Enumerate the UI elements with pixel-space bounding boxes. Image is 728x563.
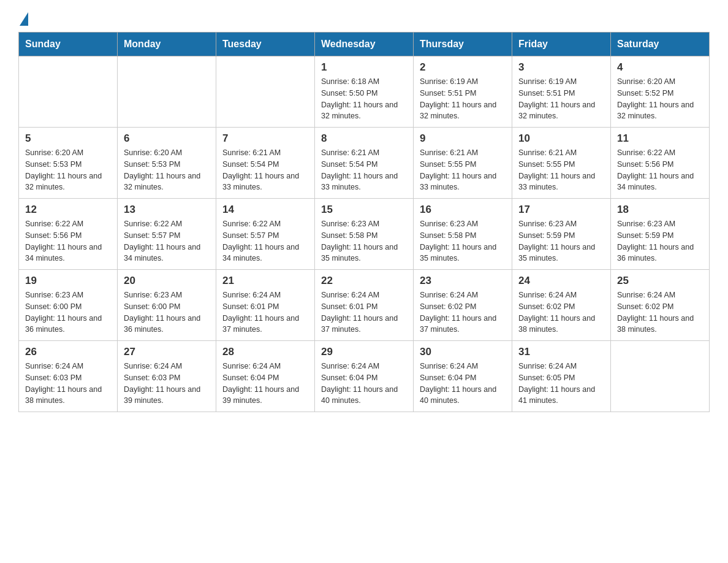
- day-number: 7: [222, 132, 308, 145]
- day-number: 5: [25, 132, 111, 145]
- day-info: Sunrise: 6:24 AM Sunset: 6:04 PM Dayligh…: [321, 361, 407, 407]
- calendar-cell: [118, 56, 216, 128]
- calendar-cell: 13Sunrise: 6:22 AM Sunset: 5:57 PM Dayli…: [118, 199, 216, 270]
- calendar-cell: 5Sunrise: 6:20 AM Sunset: 5:53 PM Daylig…: [19, 128, 118, 199]
- page-header: [18, 12, 710, 26]
- day-info: Sunrise: 6:22 AM Sunset: 5:56 PM Dayligh…: [25, 218, 111, 264]
- calendar-week-row: 26Sunrise: 6:24 AM Sunset: 6:03 PM Dayli…: [19, 341, 710, 412]
- day-number: 28: [222, 346, 308, 358]
- day-info: Sunrise: 6:23 AM Sunset: 5:59 PM Dayligh…: [617, 218, 703, 264]
- calendar-cell: 7Sunrise: 6:21 AM Sunset: 5:54 PM Daylig…: [216, 128, 315, 199]
- day-info: Sunrise: 6:24 AM Sunset: 6:03 PM Dayligh…: [124, 361, 210, 407]
- day-info: Sunrise: 6:22 AM Sunset: 5:57 PM Dayligh…: [222, 218, 308, 264]
- weekday-header-monday: Monday: [118, 33, 216, 56]
- day-info: Sunrise: 6:24 AM Sunset: 6:01 PM Dayligh…: [321, 289, 407, 335]
- day-number: 26: [25, 346, 111, 358]
- calendar-cell: 27Sunrise: 6:24 AM Sunset: 6:03 PM Dayli…: [118, 341, 216, 412]
- calendar-cell: 9Sunrise: 6:21 AM Sunset: 5:55 PM Daylig…: [414, 128, 512, 199]
- day-number: 12: [25, 204, 111, 216]
- calendar-cell: 8Sunrise: 6:21 AM Sunset: 5:54 PM Daylig…: [315, 128, 414, 199]
- day-number: 11: [617, 132, 703, 145]
- day-number: 2: [420, 61, 506, 74]
- logo-triangle-icon: [20, 12, 28, 26]
- day-number: 1: [321, 61, 407, 74]
- day-info: Sunrise: 6:21 AM Sunset: 5:55 PM Dayligh…: [518, 147, 604, 193]
- weekday-header-sunday: Sunday: [19, 33, 118, 56]
- day-number: 19: [25, 275, 111, 287]
- calendar-cell: 12Sunrise: 6:22 AM Sunset: 5:56 PM Dayli…: [19, 199, 118, 270]
- weekday-header-friday: Friday: [512, 33, 611, 56]
- weekday-header-saturday: Saturday: [611, 33, 710, 56]
- calendar-cell: 17Sunrise: 6:23 AM Sunset: 5:59 PM Dayli…: [512, 199, 611, 270]
- day-number: 25: [617, 275, 703, 287]
- calendar-cell: 25Sunrise: 6:24 AM Sunset: 6:02 PM Dayli…: [611, 270, 710, 341]
- day-info: Sunrise: 6:21 AM Sunset: 5:54 PM Dayligh…: [222, 147, 308, 193]
- calendar-cell: 31Sunrise: 6:24 AM Sunset: 6:05 PM Dayli…: [512, 341, 611, 412]
- calendar-cell: 2Sunrise: 6:19 AM Sunset: 5:51 PM Daylig…: [414, 56, 512, 128]
- day-info: Sunrise: 6:24 AM Sunset: 6:04 PM Dayligh…: [222, 361, 308, 407]
- day-info: Sunrise: 6:23 AM Sunset: 6:00 PM Dayligh…: [124, 289, 210, 335]
- day-info: Sunrise: 6:22 AM Sunset: 5:56 PM Dayligh…: [617, 147, 703, 193]
- calendar-cell: 6Sunrise: 6:20 AM Sunset: 5:53 PM Daylig…: [118, 128, 216, 199]
- day-number: 6: [124, 132, 210, 145]
- day-number: 31: [518, 346, 604, 358]
- day-number: 17: [518, 204, 604, 216]
- day-info: Sunrise: 6:23 AM Sunset: 6:00 PM Dayligh…: [25, 289, 111, 335]
- day-number: 21: [222, 275, 308, 287]
- day-info: Sunrise: 6:24 AM Sunset: 6:05 PM Dayligh…: [518, 361, 604, 407]
- day-number: 13: [124, 204, 210, 216]
- calendar-cell: 14Sunrise: 6:22 AM Sunset: 5:57 PM Dayli…: [216, 199, 315, 270]
- day-number: 4: [617, 61, 703, 74]
- day-number: 24: [518, 275, 604, 287]
- weekday-header-wednesday: Wednesday: [315, 33, 414, 56]
- day-info: Sunrise: 6:20 AM Sunset: 5:53 PM Dayligh…: [124, 147, 210, 193]
- day-number: 29: [321, 346, 407, 358]
- calendar-cell: [611, 341, 710, 412]
- calendar-cell: 20Sunrise: 6:23 AM Sunset: 6:00 PM Dayli…: [118, 270, 216, 341]
- calendar-cell: 3Sunrise: 6:19 AM Sunset: 5:51 PM Daylig…: [512, 56, 611, 128]
- calendar-week-row: 1Sunrise: 6:18 AM Sunset: 5:50 PM Daylig…: [19, 56, 710, 128]
- day-number: 8: [321, 132, 407, 145]
- weekday-header-row: SundayMondayTuesdayWednesdayThursdayFrid…: [19, 33, 710, 56]
- day-number: 23: [420, 275, 506, 287]
- calendar-cell: 29Sunrise: 6:24 AM Sunset: 6:04 PM Dayli…: [315, 341, 414, 412]
- calendar-week-row: 5Sunrise: 6:20 AM Sunset: 5:53 PM Daylig…: [19, 128, 710, 199]
- calendar-cell: 22Sunrise: 6:24 AM Sunset: 6:01 PM Dayli…: [315, 270, 414, 341]
- calendar-cell: 28Sunrise: 6:24 AM Sunset: 6:04 PM Dayli…: [216, 341, 315, 412]
- calendar-cell: 23Sunrise: 6:24 AM Sunset: 6:02 PM Dayli…: [414, 270, 512, 341]
- day-info: Sunrise: 6:23 AM Sunset: 5:58 PM Dayligh…: [321, 218, 407, 264]
- calendar-cell: 21Sunrise: 6:24 AM Sunset: 6:01 PM Dayli…: [216, 270, 315, 341]
- calendar-cell: 30Sunrise: 6:24 AM Sunset: 6:04 PM Dayli…: [414, 341, 512, 412]
- weekday-header-tuesday: Tuesday: [216, 33, 315, 56]
- day-info: Sunrise: 6:24 AM Sunset: 6:04 PM Dayligh…: [420, 361, 506, 407]
- day-info: Sunrise: 6:22 AM Sunset: 5:57 PM Dayligh…: [124, 218, 210, 264]
- calendar-week-row: 12Sunrise: 6:22 AM Sunset: 5:56 PM Dayli…: [19, 199, 710, 270]
- calendar-cell: [19, 56, 118, 128]
- day-info: Sunrise: 6:23 AM Sunset: 5:58 PM Dayligh…: [420, 218, 506, 264]
- day-info: Sunrise: 6:20 AM Sunset: 5:52 PM Dayligh…: [617, 76, 703, 122]
- day-number: 16: [420, 204, 506, 216]
- calendar-cell: 10Sunrise: 6:21 AM Sunset: 5:55 PM Dayli…: [512, 128, 611, 199]
- calendar-table: SundayMondayTuesdayWednesdayThursdayFrid…: [18, 32, 710, 412]
- calendar-cell: 26Sunrise: 6:24 AM Sunset: 6:03 PM Dayli…: [19, 341, 118, 412]
- calendar-cell: 16Sunrise: 6:23 AM Sunset: 5:58 PM Dayli…: [414, 199, 512, 270]
- calendar-cell: 19Sunrise: 6:23 AM Sunset: 6:00 PM Dayli…: [19, 270, 118, 341]
- day-info: Sunrise: 6:24 AM Sunset: 6:02 PM Dayligh…: [617, 289, 703, 335]
- calendar-week-row: 19Sunrise: 6:23 AM Sunset: 6:00 PM Dayli…: [19, 270, 710, 341]
- weekday-header-thursday: Thursday: [414, 33, 512, 56]
- calendar-cell: 11Sunrise: 6:22 AM Sunset: 5:56 PM Dayli…: [611, 128, 710, 199]
- day-info: Sunrise: 6:20 AM Sunset: 5:53 PM Dayligh…: [25, 147, 111, 193]
- day-info: Sunrise: 6:24 AM Sunset: 6:01 PM Dayligh…: [222, 289, 308, 335]
- day-info: Sunrise: 6:24 AM Sunset: 6:02 PM Dayligh…: [420, 289, 506, 335]
- day-number: 30: [420, 346, 506, 358]
- day-info: Sunrise: 6:19 AM Sunset: 5:51 PM Dayligh…: [420, 76, 506, 122]
- day-number: 9: [420, 132, 506, 145]
- day-number: 27: [124, 346, 210, 358]
- day-info: Sunrise: 6:21 AM Sunset: 5:55 PM Dayligh…: [420, 147, 506, 193]
- day-number: 15: [321, 204, 407, 216]
- day-info: Sunrise: 6:24 AM Sunset: 6:03 PM Dayligh…: [25, 361, 111, 407]
- calendar-cell: 18Sunrise: 6:23 AM Sunset: 5:59 PM Dayli…: [611, 199, 710, 270]
- day-number: 10: [518, 132, 604, 145]
- day-info: Sunrise: 6:18 AM Sunset: 5:50 PM Dayligh…: [321, 76, 407, 122]
- calendar-cell: 24Sunrise: 6:24 AM Sunset: 6:02 PM Dayli…: [512, 270, 611, 341]
